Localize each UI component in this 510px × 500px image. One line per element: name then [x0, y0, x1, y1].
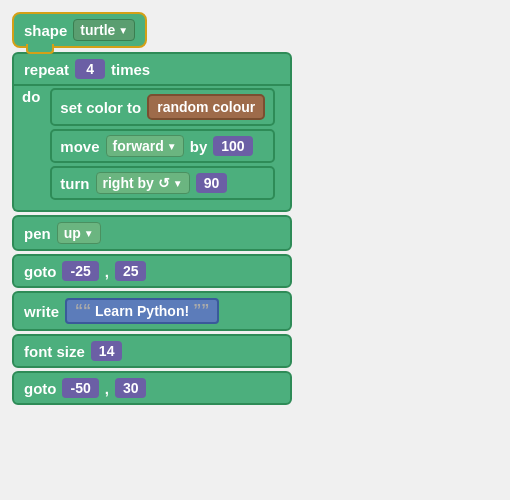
move-dropdown-value: forward: [113, 138, 164, 154]
move-by-label: by: [190, 138, 208, 155]
pen-dropdown-arrow: ▼: [84, 228, 94, 239]
pen-label: pen: [24, 225, 51, 242]
shape-dropdown-arrow: ▼: [118, 25, 128, 36]
write-quote-close: ””: [193, 302, 209, 320]
random-colour-value: random colour: [157, 99, 255, 115]
repeat-close-bar: [12, 202, 292, 212]
pen-dropdown-value: up: [64, 225, 81, 241]
pen-block[interactable]: pen up ▼: [12, 215, 292, 251]
goto2-label: goto: [24, 380, 56, 397]
turn-label: turn: [60, 175, 89, 192]
turn-block[interactable]: turn right by ↺ ▼ 90: [50, 166, 275, 200]
goto1-label: goto: [24, 263, 56, 280]
font-size-label: font size: [24, 343, 85, 360]
write-block[interactable]: write ““ Learn Python! ””: [12, 291, 292, 331]
move-dropdown-arrow: ▼: [167, 141, 177, 152]
set-color-block[interactable]: set color to random colour: [50, 88, 275, 126]
turn-value[interactable]: 90: [196, 173, 228, 193]
move-label: move: [60, 138, 99, 155]
font-size-value[interactable]: 14: [91, 341, 123, 361]
do-label: do: [22, 88, 40, 105]
goto2-block[interactable]: goto -50 , 30: [12, 371, 292, 405]
write-value: Learn Python!: [95, 303, 189, 319]
repeat-value[interactable]: 4: [75, 59, 105, 79]
goto2-comma: ,: [105, 380, 109, 397]
goto1-y[interactable]: 25: [115, 261, 147, 281]
shape-block[interactable]: shape turtle ▼: [12, 12, 147, 48]
set-color-label: set color to: [60, 99, 141, 116]
do-row: do set color to random colour move forwa…: [12, 86, 292, 202]
move-dropdown[interactable]: forward ▼: [106, 135, 184, 157]
pen-dropdown[interactable]: up ▼: [57, 222, 101, 244]
move-value[interactable]: 100: [213, 136, 252, 156]
goto1-comma: ,: [105, 263, 109, 280]
font-size-block[interactable]: font size 14: [12, 334, 292, 368]
goto1-block[interactable]: goto -25 , 25: [12, 254, 292, 288]
shape-dropdown-value: turtle: [80, 22, 115, 38]
goto1-x[interactable]: -25: [62, 261, 98, 281]
write-quote-open: ““: [75, 302, 91, 320]
write-value-box[interactable]: ““ Learn Python! ””: [65, 298, 219, 324]
turn-dropdown[interactable]: right by ↺ ▼: [96, 172, 190, 194]
repeat-times-label: times: [111, 61, 150, 78]
shape-dropdown[interactable]: turtle ▼: [73, 19, 135, 41]
random-colour-block[interactable]: random colour: [147, 94, 265, 120]
blocks-container: shape turtle ▼ repeat 4 times do set col…: [12, 12, 292, 405]
goto2-y[interactable]: 30: [115, 378, 147, 398]
turn-dropdown-arrow: ▼: [173, 178, 183, 189]
write-label: write: [24, 303, 59, 320]
repeat-block[interactable]: repeat 4 times: [12, 52, 292, 86]
repeat-label: repeat: [24, 61, 69, 78]
goto2-x[interactable]: -50: [62, 378, 98, 398]
turn-dropdown-value: right by ↺: [103, 175, 170, 191]
move-block[interactable]: move forward ▼ by 100: [50, 129, 275, 163]
repeat-group: repeat 4 times do set color to random co…: [12, 52, 292, 212]
shape-label: shape: [24, 22, 67, 39]
